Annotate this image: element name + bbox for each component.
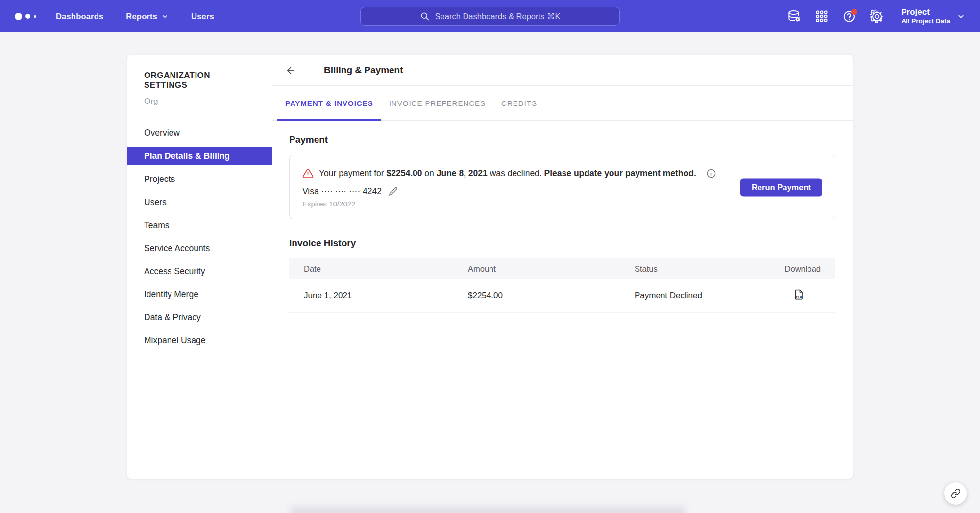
- search-input[interactable]: Search Dashboards & Reports ⌘K: [360, 7, 620, 26]
- nav-users-label: Users: [191, 12, 214, 21]
- mixpanel-logo[interactable]: [15, 13, 36, 20]
- top-navbar: Dashboards Reports Users Search Dashboar…: [0, 0, 980, 32]
- alert-text: Your payment for $2254.00 on June 8, 202…: [319, 168, 696, 179]
- sidebar-item-identity-merge[interactable]: Identity Merge: [127, 285, 272, 304]
- alert-mid: on: [422, 168, 437, 178]
- payment-section-heading: Payment: [289, 134, 835, 145]
- invoice-table-header: Date Amount Status Download: [289, 258, 835, 279]
- tab-credits[interactable]: CREDITS: [493, 86, 545, 120]
- alert-prefix: Your payment for: [319, 168, 387, 178]
- pdf-download-icon[interactable]: PDF: [793, 288, 805, 301]
- card-label: Visa ···· ···· ···· 4242: [302, 186, 382, 197]
- card-expiry: Expires 10/2022: [302, 200, 822, 208]
- data-management-icon[interactable]: [786, 8, 802, 24]
- payment-declined-alert: Your payment for $2254.00 on June 8, 202…: [302, 168, 822, 179]
- project-selector-subtitle: All Project Data: [901, 17, 950, 25]
- alert-date: June 8, 2021: [437, 168, 488, 178]
- settings-gear-icon[interactable]: [869, 8, 884, 24]
- sidebar-items: Overview Plan Details & Billing Projects…: [127, 124, 272, 350]
- search-icon: [420, 11, 430, 21]
- invoice-row: June 1, 2021 $2254.00 Payment Declined P…: [289, 279, 835, 313]
- help-icon[interactable]: [841, 8, 857, 24]
- chevron-down-icon: [957, 12, 965, 21]
- logo-dot-medium: [25, 14, 30, 19]
- tab-payment-invoices[interactable]: PAYMENT & INVOICES: [277, 86, 381, 120]
- billing-header: Billing & Payment: [272, 55, 853, 86]
- link-icon: [951, 488, 961, 499]
- apps-grid-icon[interactable]: [814, 8, 830, 24]
- nav-links: Dashboards Reports Users: [56, 12, 214, 21]
- svg-text:PDF: PDF: [796, 294, 803, 299]
- org-name: Org: [127, 97, 272, 106]
- sidebar-item-plan-details-billing[interactable]: Plan Details & Billing: [127, 147, 272, 165]
- page-title: Billing & Payment: [309, 55, 403, 85]
- rerun-payment-button[interactable]: Rerun Payment: [740, 178, 822, 196]
- navbar-right: Project All Project Data: [786, 7, 965, 25]
- nav-dashboards-label: Dashboards: [56, 12, 103, 21]
- alert-suffix: was declined.: [488, 168, 544, 178]
- sidebar-item-users[interactable]: Users: [127, 193, 272, 211]
- invoice-amount: $2254.00: [468, 291, 635, 301]
- org-settings-sidebar: ORGANIZATION SETTINGS Org Overview Plan …: [127, 55, 272, 479]
- billing-tabs: PAYMENT & INVOICES INVOICE PREFERENCES C…: [272, 86, 853, 121]
- chevron-down-icon: [161, 13, 169, 20]
- window-peek-shadow: [289, 506, 686, 513]
- column-download: Download: [777, 264, 821, 274]
- column-amount: Amount: [468, 264, 635, 274]
- search-placeholder: Search Dashboards & Reports ⌘K: [435, 12, 561, 21]
- alert-amount: $2254.00: [387, 168, 422, 178]
- alert-emphasis: Please update your payment method.: [544, 168, 696, 178]
- nav-reports-label: Reports: [126, 12, 157, 21]
- billing-content: Payment Your payment for $2254.00 on Jun…: [272, 121, 853, 313]
- sidebar-item-projects[interactable]: Projects: [127, 170, 272, 188]
- info-icon[interactable]: [706, 168, 716, 179]
- back-button[interactable]: [272, 55, 309, 85]
- invoice-status: Payment Declined: [635, 291, 777, 301]
- invoice-date: June 1, 2021: [304, 291, 468, 301]
- column-date: Date: [304, 264, 468, 274]
- sidebar-item-access-security[interactable]: Access Security: [127, 262, 272, 281]
- nav-dashboards[interactable]: Dashboards: [56, 12, 103, 21]
- logo-dot-small: [34, 15, 36, 18]
- logo-dot-large: [15, 13, 22, 20]
- sidebar-item-mixpanel-usage[interactable]: Mixpanel Usage: [127, 332, 272, 350]
- nav-reports[interactable]: Reports: [126, 12, 169, 21]
- sidebar-item-service-accounts[interactable]: Service Accounts: [127, 239, 272, 257]
- sidebar-heading: ORGANIZATION SETTINGS: [127, 71, 272, 90]
- invoice-table: Date Amount Status Download June 1, 2021…: [289, 258, 835, 313]
- sidebar-item-data-privacy[interactable]: Data & Privacy: [127, 308, 272, 327]
- arrow-left-icon: [285, 65, 296, 76]
- tab-invoice-preferences[interactable]: INVOICE PREFERENCES: [381, 86, 493, 120]
- project-selector-title: Project: [901, 7, 950, 17]
- sidebar-item-teams[interactable]: Teams: [127, 216, 272, 234]
- payment-card: Your payment for $2254.00 on June 8, 202…: [289, 155, 835, 219]
- warning-triangle-icon: [302, 168, 314, 179]
- share-link-button[interactable]: [944, 482, 967, 505]
- sidebar-item-overview[interactable]: Overview: [127, 124, 272, 142]
- column-status: Status: [635, 264, 777, 274]
- project-selector[interactable]: Project All Project Data: [901, 7, 965, 25]
- edit-card-icon[interactable]: [388, 186, 398, 197]
- billing-main-panel: Billing & Payment PAYMENT & INVOICES INV…: [272, 55, 853, 479]
- invoice-history-heading: Invoice History: [289, 238, 835, 249]
- nav-users[interactable]: Users: [191, 12, 214, 21]
- settings-card: ORGANIZATION SETTINGS Org Overview Plan …: [127, 55, 853, 479]
